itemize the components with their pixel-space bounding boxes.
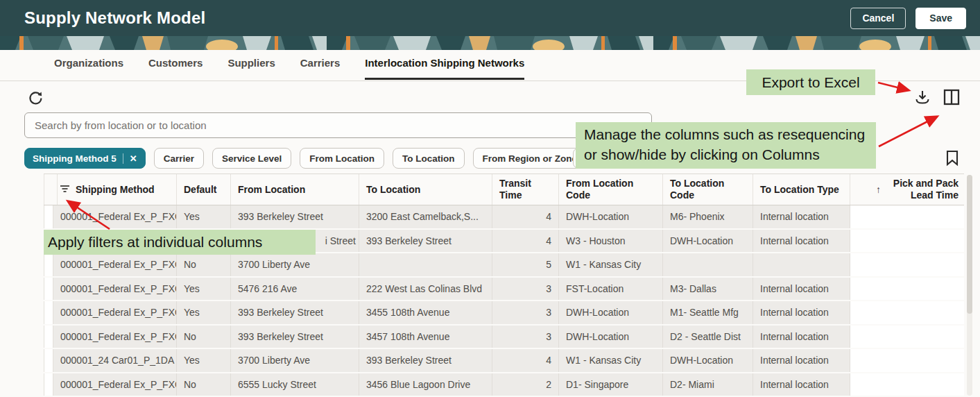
search-input[interactable] xyxy=(24,112,652,138)
cell-shipping-method: 000001_Federal Ex_P_FXG xyxy=(53,278,177,301)
filter-chip-from-location[interactable]: From Location xyxy=(300,148,384,169)
cell-shipping-method: 000001_Federal Ex_P_FXG xyxy=(53,326,177,348)
cell-default: No xyxy=(177,373,231,396)
cell-transit-time: 2 xyxy=(492,373,559,396)
cell-pick-and-pack-lead-time[interactable] xyxy=(850,278,964,301)
filter-chip-carrier[interactable]: Carrier xyxy=(154,148,204,169)
cell-to-location: 3456 Blue Lagoon Drive xyxy=(359,373,492,396)
cell-pick-and-pack-lead-time[interactable] xyxy=(850,373,964,396)
scrollbar-thumb[interactable] xyxy=(967,175,972,314)
cell-to-location-code: D2- Miami xyxy=(663,373,753,396)
table-row[interactable]: 000001_Federal Ex_P_FXG Yes 393 Berkeley… xyxy=(44,205,964,228)
tab-interlocation-shipping-networks[interactable]: Interlocation Shipping Networks xyxy=(365,57,524,80)
column-header-pick-and-pack-lead-time[interactable]: ↑ Pick and Pack Lead Time xyxy=(850,174,964,205)
cell-to-location-code: M6- Phoenix xyxy=(663,205,753,228)
column-header-from-location-code[interactable]: From Location Code xyxy=(559,174,663,205)
table-row[interactable]: 000001_24 Car01_P_1DA Yes 3700 Liberty A… xyxy=(44,349,964,372)
arrow-manage-columns xyxy=(879,117,937,146)
cell-to-location: 222 West Las Colinas Blvd xyxy=(359,278,492,301)
table-header-row: Shipping Method Default From Location To… xyxy=(44,174,964,205)
cell-from-location: 393 Berkeley Street xyxy=(231,326,359,348)
refresh-icon[interactable] xyxy=(28,90,44,106)
cell-from-location-code: DWH-Location xyxy=(559,301,663,324)
column-header-to-location-code[interactable]: To Location Code xyxy=(663,174,753,205)
filter-chip-service-level[interactable]: Service Level xyxy=(212,148,291,169)
tab-suppliers[interactable]: Suppliers xyxy=(227,57,275,80)
column-header-from-location[interactable]: From Location xyxy=(231,174,359,205)
filter-chip-to-location[interactable]: To Location xyxy=(393,148,465,169)
cell-to-location-code: M1- Seattle Mfg xyxy=(663,301,753,324)
cell-to-location-code xyxy=(663,253,753,276)
row-gutter xyxy=(44,373,53,396)
filter-chip-from-region-or-zone[interactable]: From Region or Zone xyxy=(473,148,587,169)
cell-pick-and-pack-lead-time[interactable] xyxy=(850,301,964,324)
chip-close-icon[interactable]: ✕ xyxy=(130,154,137,163)
cell-from-location-code: DWH-Location xyxy=(559,326,663,348)
column-header-transit-time[interactable]: Transit Time xyxy=(492,174,559,205)
annotation-export-to-excel: Export to Excel xyxy=(746,69,875,95)
cell-default: Yes xyxy=(177,205,231,228)
cell-to-location xyxy=(359,253,492,276)
row-gutter xyxy=(44,349,53,372)
cell-shipping-method: 000001_Federal Ex_P_FXG xyxy=(53,205,177,228)
row-gutter xyxy=(44,301,53,324)
cell-to-location-type: Internal location xyxy=(753,278,850,301)
cell-to-location-type: Internal location xyxy=(753,373,850,396)
row-gutter xyxy=(44,326,53,348)
column-filter-icon[interactable] xyxy=(60,184,70,196)
sort-ascending-icon[interactable]: ↑ xyxy=(876,184,881,196)
cell-from-location: 3700 Liberty Ave xyxy=(231,349,359,372)
cell-pick-and-pack-lead-time[interactable] xyxy=(850,349,964,372)
manage-columns-icon[interactable] xyxy=(943,88,961,106)
page-header: Supply Network Model Cancel Save xyxy=(0,0,980,36)
export-to-excel-icon[interactable] xyxy=(914,89,931,105)
tab-customers[interactable]: Customers xyxy=(148,57,203,80)
cell-pick-and-pack-lead-time[interactable] xyxy=(850,230,964,253)
cell-from-location-code: DWH-Location xyxy=(559,205,663,228)
table-scrollbar[interactable] xyxy=(967,175,972,396)
row-gutter xyxy=(44,253,53,276)
cell-default: Yes xyxy=(177,349,231,372)
cell-from-location-code: W1 - Kansas City xyxy=(559,253,663,276)
cell-transit-time: 4 xyxy=(492,349,559,372)
shipping-networks-table: Shipping Method Default From Location To… xyxy=(44,174,964,397)
cell-from-location: 5476 216 Ave xyxy=(231,278,359,301)
cell-to-location-type: Internal location xyxy=(753,230,850,253)
bookmark-icon[interactable] xyxy=(945,149,960,167)
cell-default: No xyxy=(177,326,231,348)
chip-separator xyxy=(123,153,123,164)
table-row[interactable]: 000001_Federal Ex_P_FXG No 393 Berkeley … xyxy=(44,326,964,348)
tab-organizations[interactable]: Organizations xyxy=(54,57,123,80)
cell-pick-and-pack-lead-time[interactable] xyxy=(850,253,964,276)
arrow-export-to-excel xyxy=(878,83,909,90)
cell-default: Yes xyxy=(177,278,231,301)
table-row[interactable]: 000001_Federal Ex_P_FXG Yes 393 Berkeley… xyxy=(44,301,964,324)
page-title: Supply Network Model xyxy=(24,8,205,28)
column-header-default[interactable]: Default xyxy=(177,174,231,205)
cell-to-location: 3200 East Camelback,S... xyxy=(359,205,492,228)
cell-pick-and-pack-lead-time[interactable] xyxy=(850,326,964,348)
cell-to-location-code: DWH-Location xyxy=(663,230,753,253)
tab-carriers[interactable]: Carriers xyxy=(300,57,341,80)
cell-to-location-type: Internal location xyxy=(753,205,850,228)
annotation-manage-columns: Manage the columns such as resequencing … xyxy=(576,122,876,169)
cancel-button[interactable]: Cancel xyxy=(850,8,906,29)
cell-to-location: 3457 108th Avenue xyxy=(359,326,492,348)
cell-from-location-code: FST-Location xyxy=(559,278,663,301)
column-header-shipping-method[interactable]: Shipping Method xyxy=(53,174,177,205)
table-row[interactable]: 000001_Federal Ex_P_FXG Yes 5476 216 Ave… xyxy=(44,278,964,301)
table-row[interactable]: 000001_Federal Ex_P_FXG No 6555 Lucky St… xyxy=(44,373,964,396)
table-row[interactable]: 000001_Federal Ex_P_FXG No 3700 Liberty … xyxy=(44,253,964,276)
cell-from-location: 3700 Liberty Ave xyxy=(231,253,359,276)
save-button[interactable]: Save xyxy=(915,8,966,29)
column-header-to-location-type[interactable]: To Location Type xyxy=(753,174,850,205)
cell-to-location-code: D2 - Seattle Dist xyxy=(663,326,753,348)
cell-to-location-type xyxy=(753,253,850,276)
cell-default: No xyxy=(177,253,231,276)
filter-chip-shipping-method[interactable]: Shipping Method 5 ✕ xyxy=(24,148,146,169)
tab-bar: Organizations Customers Suppliers Carrie… xyxy=(54,57,524,80)
column-header-to-location[interactable]: To Location xyxy=(359,174,492,205)
cell-transit-time: 5 xyxy=(492,253,559,276)
annotation-apply-filters: Apply filters at individual columns xyxy=(44,230,316,255)
cell-pick-and-pack-lead-time[interactable] xyxy=(850,205,964,228)
